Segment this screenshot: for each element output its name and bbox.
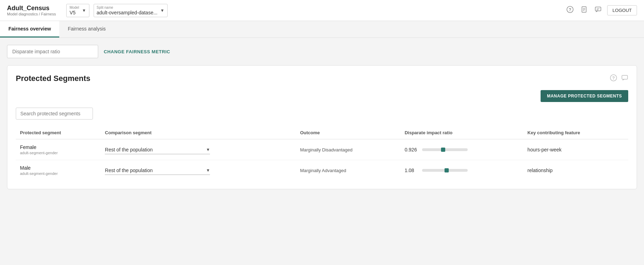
ratio-bar (422, 169, 468, 172)
split-label: Split name (97, 6, 158, 9)
outcome-badge: Marginally Disadvantaged (300, 147, 353, 152)
document-icon[interactable] (579, 5, 589, 16)
card-icons: ? (610, 74, 628, 83)
metric-bar: CHANGE FAIRNESS METRIC (7, 45, 637, 58)
table-row: Female adult-segment-gender Rest of the … (16, 139, 628, 160)
app-subtitle: Model diagnostics / Fairness (7, 12, 56, 16)
svg-text:?: ? (569, 7, 571, 12)
key-feature: relationship (528, 168, 553, 173)
comparison-select-1[interactable]: Rest of the population ▼ (105, 166, 210, 175)
model-label: Model (69, 6, 79, 9)
comparison-select-0[interactable]: Rest of the population ▼ (105, 145, 210, 154)
model-select[interactable]: Model V5 ▼ (66, 4, 89, 17)
col-protected-segment: Protected segment (16, 127, 101, 139)
svg-rect-11 (622, 75, 628, 79)
outcome-badge: Marginally Advantaged (300, 168, 346, 173)
comparison-chevron-icon: ▼ (206, 168, 210, 173)
split-select[interactable]: Split name adult-oversampled-datase... ▼ (94, 4, 168, 17)
header-right: ? LOGOUT (565, 5, 637, 16)
segment-name: Female (20, 144, 96, 150)
card-chat-icon[interactable] (621, 74, 628, 83)
card-title: Protected Segments (16, 74, 90, 83)
ratio-marker (441, 148, 445, 152)
help-icon[interactable]: ? (565, 5, 575, 16)
model-value: V5 (69, 10, 75, 15)
tab-fairness-analysis[interactable]: Fairness analysis (59, 21, 114, 38)
brand: Adult_Census Model diagnostics / Fairnes… (7, 5, 56, 16)
manage-protected-segments-button[interactable]: MANAGE PROTECTED SEGMENTS (541, 90, 628, 102)
ratio-bar (422, 148, 468, 151)
header-controls: Model V5 ▼ Split name adult-oversampled-… (66, 4, 168, 17)
svg-text:?: ? (612, 76, 615, 81)
split-chevron-icon: ▼ (160, 8, 164, 13)
ratio-value: 0.926 (405, 147, 419, 152)
table-row: Male adult-segment-gender Rest of the po… (16, 160, 628, 181)
metric-input[interactable] (7, 45, 98, 58)
main-content: CHANGE FAIRNESS METRIC Protected Segment… (0, 38, 644, 196)
table-header-row: Protected segment Comparison segment Out… (16, 127, 628, 139)
protected-segments-card: Protected Segments ? MANAGE PROTE (7, 65, 637, 189)
col-comparison-segment: Comparison segment (101, 127, 296, 139)
card-header: Protected Segments ? (16, 74, 628, 83)
col-key-contributing-feature: Key contributing feature (523, 127, 628, 139)
card-help-icon[interactable]: ? (610, 74, 617, 83)
ratio-cell: 0.926 (405, 147, 519, 152)
ratio-cell: 1.08 (405, 168, 519, 173)
app-header: Adult_Census Model diagnostics / Fairnes… (0, 0, 644, 21)
chat-icon[interactable] (593, 5, 603, 16)
logout-button[interactable]: LOGOUT (607, 5, 637, 15)
tab-fairness-overview[interactable]: Fairness overview (0, 21, 59, 38)
segment-sub: adult-segment-gender (20, 151, 96, 155)
change-metric-button[interactable]: CHANGE FAIRNESS METRIC (104, 49, 170, 54)
segment-sub: adult-segment-gender (20, 171, 96, 176)
ratio-marker (445, 168, 449, 172)
split-value: adult-oversampled-datase... (97, 10, 158, 15)
tabs-bar: Fairness overview Fairness analysis (0, 21, 644, 38)
search-input[interactable] (16, 108, 93, 120)
segments-table: Protected segment Comparison segment Out… (16, 127, 628, 181)
segment-name: Male (20, 165, 96, 171)
app-title: Adult_Census (7, 5, 56, 12)
manage-btn-row: MANAGE PROTECTED SEGMENTS (16, 90, 628, 102)
model-chevron-icon: ▼ (82, 8, 86, 13)
key-feature: hours-per-week (528, 147, 562, 152)
col-outcome: Outcome (296, 127, 400, 139)
comparison-chevron-icon: ▼ (206, 147, 210, 152)
col-disparate-impact-ratio: Disparate impact ratio (400, 127, 523, 139)
ratio-value: 1.08 (405, 168, 419, 173)
